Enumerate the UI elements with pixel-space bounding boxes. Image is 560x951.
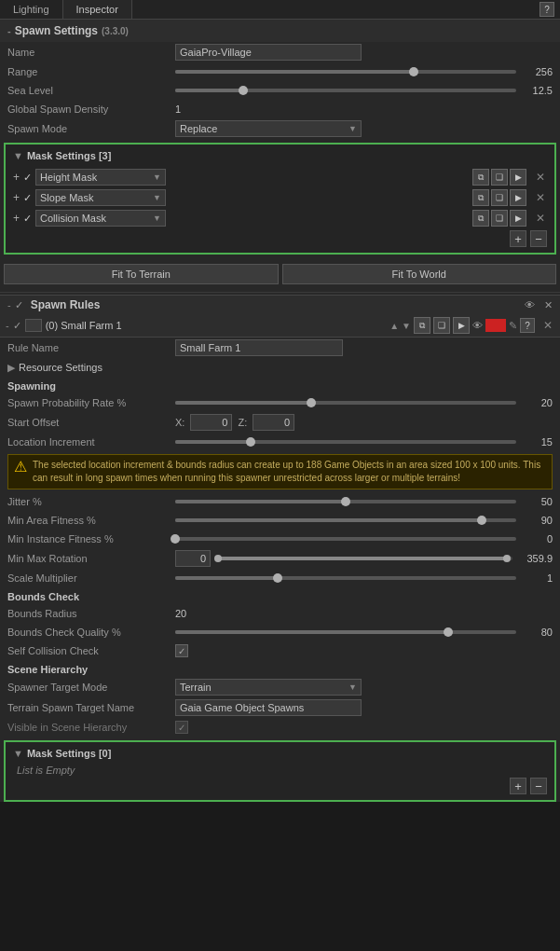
spawn-mode-dropdown[interactable]: Replace ▼ [175, 120, 362, 137]
resource-settings-arrow[interactable]: ▶ [7, 362, 15, 374]
spawn-rules-check[interactable]: ✓ [15, 299, 23, 311]
mask-collision-remove-btn[interactable]: ✕ [534, 212, 547, 225]
location-increment-thumb[interactable] [246, 437, 255, 447]
self-collision-row: Self Collision Check ✓ [0, 641, 560, 660]
mask-height-paste-btn[interactable]: ❑ [491, 169, 508, 186]
spawn-rules-close-btn[interactable]: ✕ [544, 299, 553, 311]
offset-z-input[interactable] [253, 414, 294, 431]
rule-name-input[interactable] [175, 339, 343, 356]
location-increment-value: 15 [520, 436, 553, 448]
terrain-spawn-target-input[interactable] [175, 699, 362, 716]
mask-settings-collapse-icon[interactable]: ▼ [13, 150, 23, 161]
mask-slope-remove-btn[interactable]: ✕ [534, 191, 547, 204]
visible-hierarchy-checkbox[interactable]: ✓ [175, 721, 188, 734]
bounds-quality-thumb[interactable] [444, 627, 453, 637]
rotation-dual-slider[interactable] [218, 557, 512, 560]
min-area-fitness-value: 90 [520, 515, 553, 526]
sf-check[interactable]: ✓ [13, 320, 21, 332]
bottom-mask-collapse-icon[interactable]: ▼ [13, 748, 23, 759]
bounds-quality-track[interactable] [175, 630, 516, 634]
mask-height-plus[interactable]: + [13, 171, 20, 184]
rotation-left-thumb[interactable] [214, 555, 222, 562]
jitter-track[interactable] [175, 500, 516, 503]
spawn-rules-title: Spawn Rules [31, 298, 101, 311]
empty-list-row: List is Empty [9, 765, 551, 776]
spawn-settings-title: Spawn Settings [15, 24, 98, 37]
mask-height-dropdown[interactable]: Height Mask ▼ [35, 169, 166, 186]
min-rotation-input[interactable] [175, 550, 211, 567]
spawn-rules-eye-icon[interactable]: 👁 [525, 299, 535, 310]
scale-multiplier-slider: 1 [175, 572, 553, 584]
sf-copy-btn[interactable]: ⧉ [414, 317, 430, 334]
bottom-mask-remove-btn[interactable]: − [530, 778, 547, 794]
fit-terrain-button[interactable]: Fit To Terrain [4, 264, 279, 284]
sf-color-rect[interactable] [485, 319, 506, 332]
help-icon[interactable]: ? [540, 2, 554, 17]
tab-inspector[interactable]: Inspector [63, 0, 132, 19]
sf-reset-btn[interactable]: ▶ [453, 317, 470, 334]
bottom-mask-add-btn[interactable]: + [510, 778, 526, 794]
mask-slope-dropdown[interactable]: Slope Mask ▼ [35, 189, 166, 206]
min-area-fitness-slider: 90 [175, 515, 553, 526]
mask-slope-copy-btn[interactable]: ⧉ [472, 189, 489, 206]
sf-help-btn[interactable]: ? [520, 318, 535, 333]
mask-collision-label: Collision Mask [40, 213, 106, 224]
mask-add-btn[interactable]: + [510, 230, 526, 247]
mask-collision-dropdown[interactable]: Collision Mask ▼ [35, 210, 166, 227]
mask-collision-reset-btn[interactable]: ▶ [510, 210, 526, 227]
sf-up-arrow[interactable]: ▲ [389, 321, 399, 331]
min-area-fitness-thumb[interactable] [477, 516, 486, 525]
tab-lighting[interactable]: Lighting [0, 0, 63, 19]
sealevel-slider-thumb[interactable] [239, 86, 248, 95]
spawn-prob-thumb[interactable] [307, 398, 316, 407]
min-area-fitness-track[interactable] [175, 518, 516, 522]
global-density-label: Global Spawn Density [7, 103, 175, 115]
mask-remove-btn[interactable]: − [530, 230, 547, 247]
mask-collision-plus[interactable]: + [13, 212, 20, 225]
spawner-target-mode-dropdown[interactable]: Terrain ▼ [175, 679, 362, 696]
resource-settings-label: Resource Settings [19, 362, 186, 373]
mask-height-copy-btn[interactable]: ⧉ [472, 169, 489, 186]
range-slider-thumb[interactable] [409, 67, 418, 76]
mask-collision-check[interactable]: ✓ [23, 213, 32, 225]
bounds-radius-row: Bounds Radius 20 [0, 604, 560, 623]
name-input[interactable] [175, 44, 362, 61]
offset-x-input[interactable] [190, 414, 232, 431]
warning-box: ⚠ The selected location increment & boun… [7, 454, 553, 489]
mask-slope-check[interactable]: ✓ [23, 192, 32, 204]
fit-world-button[interactable]: Fit To World [282, 264, 557, 284]
mask-collision-copy-btn[interactable]: ⧉ [472, 210, 489, 227]
location-increment-track[interactable] [175, 440, 516, 444]
sf-paste-btn[interactable]: ❑ [433, 317, 450, 334]
sealevel-row: Sea Level 12.5 [0, 81, 560, 100]
rotation-right-thumb[interactable] [503, 555, 511, 562]
mask-slope-paste-btn[interactable]: ❑ [491, 189, 508, 206]
scale-multiplier-track[interactable] [175, 576, 516, 580]
mask-slope-plus[interactable]: + [13, 191, 20, 204]
terrain-spawn-target-row: Terrain Spawn Target Name [0, 697, 560, 718]
resource-settings-row: ▶ Resource Settings [0, 358, 560, 377]
mask-collision-paste-btn[interactable]: ❑ [491, 210, 508, 227]
global-density-value: 1 [175, 103, 181, 115]
mask-settings-title: Mask Settings [3] [27, 150, 111, 161]
sf-thumbnail [25, 319, 42, 332]
mask-height-remove-btn[interactable]: ✕ [534, 171, 547, 184]
self-collision-checkbox[interactable]: ✓ [175, 644, 188, 657]
min-instance-fitness-track[interactable] [175, 537, 516, 541]
sealevel-slider-track[interactable] [175, 89, 516, 92]
spawn-prob-slider-track[interactable] [175, 401, 516, 405]
sf-eye-icon[interactable]: 👁 [472, 320, 483, 331]
scale-multiplier-thumb[interactable] [273, 573, 282, 583]
sf-close-btn[interactable]: ✕ [541, 319, 554, 332]
sealevel-slider-fill [175, 89, 243, 92]
bounds-quality-row: Bounds Check Quality % 80 [0, 623, 560, 641]
visible-hierarchy-row: Visible in Scene Hierarchy ✓ [0, 718, 560, 737]
mask-height-check[interactable]: ✓ [23, 172, 32, 184]
sf-down-arrow[interactable]: ▼ [402, 321, 411, 331]
mask-slope-reset-btn[interactable]: ▶ [510, 189, 526, 206]
sf-pencil-icon[interactable]: ✎ [509, 320, 517, 332]
range-slider-track[interactable] [175, 70, 516, 74]
mask-height-reset-btn[interactable]: ▶ [510, 169, 526, 186]
min-instance-fitness-thumb[interactable] [171, 534, 180, 544]
jitter-thumb[interactable] [341, 497, 350, 506]
